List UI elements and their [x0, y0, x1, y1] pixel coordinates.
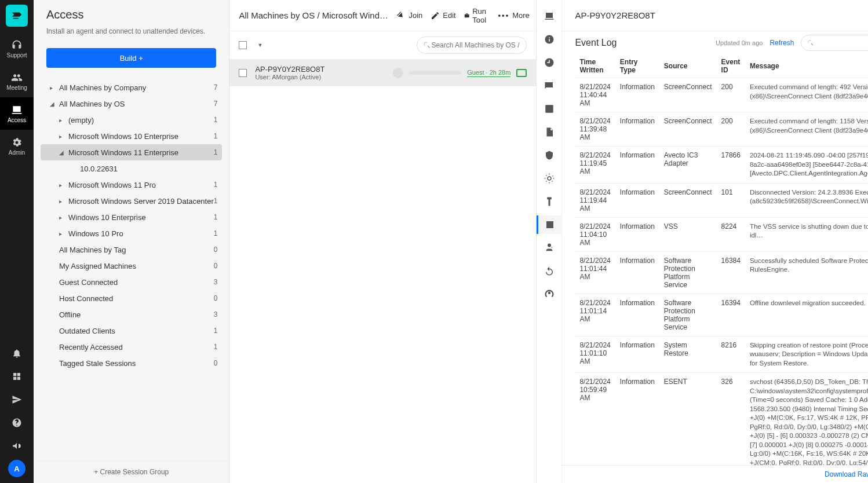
- nav-support[interactable]: Support: [0, 32, 34, 65]
- tree-item[interactable]: ▸Microsoft Windows Server 2019 Datacente…: [41, 193, 222, 209]
- log-row[interactable]: 8/21/2024 11:39:48 AMInformationScreenCo…: [575, 112, 868, 147]
- nav-help-icon[interactable]: [0, 411, 34, 434]
- tree-item[interactable]: Guest Connected3: [41, 274, 222, 290]
- session-checkbox[interactable]: [239, 69, 247, 77]
- session-search[interactable]: [417, 36, 527, 54]
- nav-access[interactable]: Access: [0, 97, 34, 130]
- log-row[interactable]: 8/21/2024 11:01:10 AMInformationSystem R…: [575, 336, 868, 373]
- select-dropdown[interactable]: ▼: [257, 42, 262, 48]
- tab-account-icon[interactable]: [537, 285, 562, 303]
- tree-item[interactable]: 10.0.22631: [41, 160, 222, 177]
- tree-item[interactable]: ▸All Machines by Company7: [41, 79, 222, 96]
- nav-send-icon[interactable]: [0, 388, 34, 411]
- tree-item[interactable]: Offline3: [41, 306, 222, 323]
- run-tool-button[interactable]: Run Tool: [464, 7, 490, 24]
- nav-meeting[interactable]: Meeting: [0, 65, 34, 97]
- log-row[interactable]: 8/21/2024 11:01:14 AMInformationSoftware…: [575, 294, 868, 336]
- tab-security-icon[interactable]: [537, 146, 562, 164]
- create-session-group[interactable]: + Create Session Group: [34, 460, 229, 483]
- log-row[interactable]: 8/21/2024 11:40:44 AMInformationScreenCo…: [575, 78, 868, 112]
- tab-processes-icon[interactable]: [537, 169, 562, 188]
- tree-item[interactable]: ◢Microsoft Windows 11 Enterprise1: [41, 144, 222, 160]
- tree-item[interactable]: Host Connected0: [41, 290, 222, 306]
- build-button[interactable]: Build +: [46, 48, 216, 68]
- edit-button[interactable]: Edit: [431, 11, 455, 20]
- log-row[interactable]: 8/21/2024 10:59:49 AMInformationESENT326…: [575, 373, 868, 465]
- tree-item[interactable]: Tagged Stale Sessions0: [41, 355, 222, 371]
- log-row[interactable]: 8/21/2024 11:04:10 AMInformationVSS8224T…: [575, 217, 868, 251]
- log-row[interactable]: 8/21/2024 11:19:45 AMInformationAvecto I…: [575, 147, 868, 184]
- session-user: User: AMorgan (Active): [255, 74, 324, 80]
- sidebar-title: Access: [46, 8, 216, 21]
- nav-extensions-icon[interactable]: [0, 365, 34, 388]
- session-group-tree: ▸All Machines by Company7◢All Machines b…: [34, 77, 229, 460]
- session-name: AP-P9Y0Y2RE8O8T: [255, 65, 324, 74]
- more-button[interactable]: ••• More: [498, 11, 530, 20]
- log-search[interactable]: [801, 35, 868, 51]
- detail-title: AP-P9Y0Y2RE8O8T: [562, 0, 868, 31]
- download-raw-data[interactable]: Download Raw Data: [562, 465, 868, 483]
- tab-services-icon[interactable]: [537, 239, 562, 257]
- tab-eventlog-icon[interactable]: [537, 215, 562, 234]
- tab-notes-icon[interactable]: [537, 123, 562, 141]
- nav-notifications-icon[interactable]: [0, 342, 34, 365]
- user-avatar[interactable]: A: [8, 460, 25, 477]
- tab-commands-icon[interactable]: [537, 100, 562, 118]
- tree-item[interactable]: ◢All Machines by OS7: [41, 96, 222, 112]
- tree-item[interactable]: ▸(empty)1: [41, 112, 222, 128]
- tree-item[interactable]: ▸Windows 10 Enterprise1: [41, 209, 222, 225]
- app-logo[interactable]: [6, 5, 28, 27]
- tree-item[interactable]: ▸Windows 10 Pro1: [41, 225, 222, 241]
- session-row[interactable]: AP-P9Y0Y2RE8O8T User: AMorgan (Active) G…: [229, 59, 536, 86]
- session-status: Guest · 2h 28m: [467, 69, 510, 77]
- join-button[interactable]: Join: [396, 11, 422, 20]
- sidebar-subtitle: Install an agent and connect to unattend…: [46, 27, 216, 35]
- tab-general-icon[interactable]: [537, 30, 562, 49]
- session-search-input[interactable]: [431, 41, 520, 49]
- tree-item[interactable]: All Machines by Tag0: [41, 241, 222, 258]
- tab-updates-icon[interactable]: [537, 262, 562, 280]
- updated-label: Updated 0m ago: [716, 39, 763, 46]
- tree-item[interactable]: ▸Microsoft Windows 10 Enterprise1: [41, 128, 222, 144]
- tree-item[interactable]: Recently Accessed1: [41, 339, 222, 355]
- guest-avatar-icon: [393, 68, 403, 78]
- breadcrumb: All Machines by OS / Microsoft Windo...: [239, 10, 389, 20]
- monitor-icon: [516, 69, 527, 77]
- log-row[interactable]: 8/21/2024 11:01:44 AMInformationSoftware…: [575, 251, 868, 294]
- event-log-table: Time Written Entry Type Source Event ID …: [575, 54, 868, 465]
- tree-item[interactable]: Outdated Clients1: [41, 323, 222, 339]
- tab-software-icon[interactable]: [537, 192, 562, 211]
- log-row[interactable]: 8/21/2024 11:19:44 AMInformationScreenCo…: [575, 183, 868, 217]
- connection-line: [409, 71, 461, 75]
- tree-item[interactable]: ▸Microsoft Windows 11 Pro1: [41, 177, 222, 193]
- nav-announce-icon[interactable]: [0, 434, 34, 458]
- tab-timeline-icon[interactable]: [537, 53, 562, 72]
- tree-item[interactable]: My Assigned Machines0: [41, 258, 222, 274]
- nav-admin[interactable]: Admin: [0, 130, 34, 162]
- refresh-link[interactable]: Refresh: [769, 39, 794, 47]
- select-all-checkbox[interactable]: [239, 41, 247, 49]
- tab-start-icon[interactable]: [537, 7, 562, 25]
- panel-title: Event Log: [575, 38, 617, 48]
- tab-messages-icon[interactable]: [537, 76, 562, 95]
